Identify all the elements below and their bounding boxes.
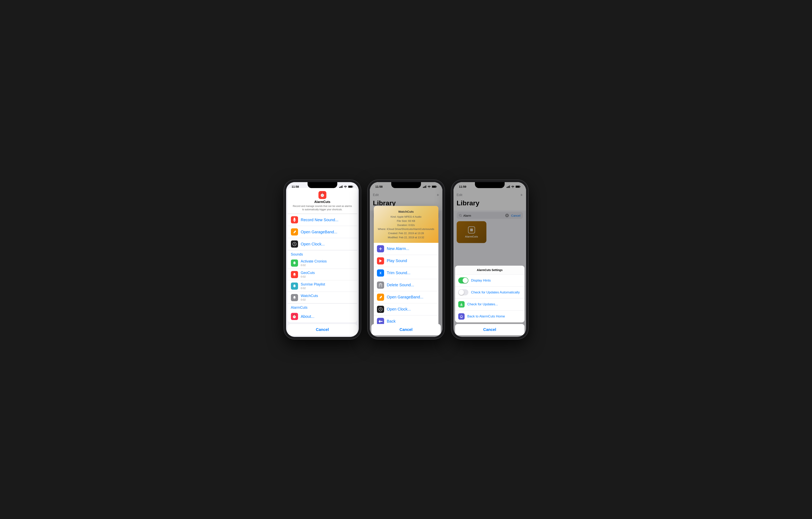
- clock-svg-2: [378, 307, 383, 311]
- back-home-row[interactable]: Back to AlarmCuts Home: [455, 310, 524, 322]
- watchcuts-duration: 0:02: [301, 298, 354, 301]
- about-icon: ⏰: [291, 313, 298, 320]
- svg-rect-3: [342, 186, 343, 188]
- sheet-header-1: ⏰ AlarmCuts Record and manage sounds tha…: [288, 188, 357, 214]
- garageband-label-2: Open GarageBand...: [387, 295, 424, 299]
- sheet-subtitle-1: Record and manage sounds that can be use…: [291, 204, 354, 211]
- bell-icon-watchcuts: [292, 296, 296, 300]
- detail-size: File Size: 93 KB: [377, 219, 435, 223]
- guitar-icon-2: [379, 295, 382, 299]
- check-updates-row[interactable]: Check for Updates...: [455, 298, 524, 310]
- garageband-icon-2: [377, 294, 384, 301]
- toggle-thumb-on: [463, 278, 468, 283]
- svg-rect-39: [506, 187, 507, 188]
- svg-point-16: [294, 287, 295, 288]
- cronios-duration: 0:02: [301, 264, 354, 267]
- garageband-item-2[interactable]: Open GarageBand...: [374, 291, 438, 303]
- new-alarm-item[interactable]: New Alarm...: [374, 243, 438, 255]
- home-icon: [460, 315, 463, 318]
- check-updates-auto-row[interactable]: Check for Updates Automatically: [455, 286, 524, 298]
- svg-marker-29: [379, 259, 382, 263]
- about-item[interactable]: ⏰ About...: [288, 310, 357, 322]
- delete-sound-item[interactable]: Delete Sound...: [374, 279, 438, 291]
- battery-icon-2: [432, 186, 437, 188]
- svg-point-15: [294, 276, 295, 276]
- svg-point-34: [379, 298, 380, 298]
- watchcuts-icon: [291, 294, 298, 301]
- detail-created: Created: Feb 22, 2019 at 13:28: [377, 231, 435, 236]
- battery-icon: [348, 186, 353, 188]
- clock-item-1[interactable]: Open Clock...: [288, 238, 357, 250]
- notch-3: [475, 182, 505, 188]
- sound-cronios[interactable]: Activate Cronios 0:02: [288, 257, 357, 269]
- trim-sound-label: Trim Sound...: [387, 271, 410, 275]
- clock-label-1: Open Clock...: [301, 242, 325, 246]
- clock-label-2: Open Clock...: [387, 307, 411, 311]
- clock-icon-1: [291, 241, 298, 248]
- settings-sheet: AlarmCuts Settings Display Hints Chec: [455, 266, 524, 322]
- cancel-button-2[interactable]: Cancel: [371, 324, 441, 335]
- detail-kind: Kind: Apple MPEG-4 Audio: [377, 215, 435, 219]
- bell-icon-sunrise: [292, 284, 296, 288]
- info-card-header-2: WatchCuts Kind: Apple MPEG-4 Audio File …: [374, 206, 438, 243]
- action-sheet-1: ⏰ AlarmCuts Record and manage sounds tha…: [286, 188, 359, 337]
- screen-2: 11:58 Edit + Library: [370, 182, 442, 337]
- display-hints-toggle[interactable]: [458, 277, 468, 283]
- detail-where: Where: iCloud Drive/Shortcuts/AlarmCuts/…: [377, 227, 435, 231]
- svg-rect-23: [436, 186, 437, 187]
- wifi-icon: [344, 186, 347, 188]
- geocuts-text: GeoCuts 0:02: [301, 271, 354, 278]
- trim-sound-icon: [377, 269, 384, 277]
- plus-icon: [379, 247, 382, 251]
- sound-geocuts[interactable]: GeoCuts 0:02: [288, 269, 357, 280]
- check-updates-auto-toggle[interactable]: [458, 289, 468, 295]
- svg-rect-0: [339, 187, 340, 188]
- delete-sound-label: Delete Sound...: [387, 283, 414, 287]
- notch-1: [308, 182, 337, 188]
- clock-item-2[interactable]: Open Clock...: [374, 303, 438, 316]
- play-sound-item[interactable]: Play Sound: [374, 255, 438, 267]
- svg-rect-5: [353, 186, 353, 187]
- cancel-button-3[interactable]: Cancel: [455, 324, 524, 335]
- sound-watchcuts[interactable]: WatchCuts 0:02: [288, 292, 357, 303]
- svg-marker-38: [379, 320, 382, 323]
- cronios-icon: [291, 260, 298, 267]
- sound-sunrise[interactable]: Sunrise Playlist 0:02: [288, 280, 357, 292]
- time-3: 11:59: [459, 185, 466, 188]
- record-label: Record New Sound...: [301, 218, 339, 222]
- play-sound-label: Play Sound: [387, 258, 407, 263]
- svg-rect-19: [424, 187, 424, 188]
- cancel-button-1[interactable]: Cancel: [288, 324, 357, 335]
- bell-icon-cronios: [292, 261, 296, 265]
- status-icons-2: [423, 186, 437, 188]
- signal-icon-2: [423, 186, 426, 188]
- about-label: About...: [301, 314, 315, 319]
- settings-sheet-container: AlarmCuts Settings Display Hints Chec: [455, 266, 524, 335]
- svg-rect-41: [509, 186, 509, 188]
- signal-icon: [339, 186, 343, 188]
- svg-line-13: [294, 244, 295, 245]
- record-sound-item[interactable]: Record New Sound...: [288, 214, 357, 226]
- settings-title: AlarmCuts Settings: [455, 266, 524, 275]
- display-hints-row[interactable]: Display Hints: [455, 275, 524, 286]
- wifi-icon-2: [428, 186, 431, 188]
- back-home-icon: [458, 313, 465, 320]
- garageband-item-1[interactable]: Open GarageBand...: [288, 226, 357, 238]
- svg-point-17: [294, 299, 295, 299]
- back-home-label: Back to AlarmCuts Home: [467, 315, 505, 319]
- scissors-icon: [379, 271, 382, 275]
- svg-rect-21: [426, 186, 426, 188]
- bell-icon-geocuts: [292, 273, 296, 277]
- screen-3: 11:59 Edit + Library: [454, 182, 526, 337]
- time-1: 11:58: [292, 185, 299, 188]
- new-alarm-label: New Alarm...: [387, 246, 409, 251]
- record-icon: [291, 216, 298, 223]
- status-icons-3: [506, 186, 521, 188]
- check-updates-icon: [458, 301, 465, 307]
- svg-rect-44: [520, 186, 520, 187]
- play-sound-icon: [377, 257, 384, 265]
- back-arrow-icon-2: [379, 320, 382, 323]
- alarmcuts-section-header: AlarmCuts: [288, 303, 357, 310]
- sounds-section-header: Sounds: [288, 250, 357, 257]
- trim-sound-item[interactable]: Trim Sound...: [374, 267, 438, 279]
